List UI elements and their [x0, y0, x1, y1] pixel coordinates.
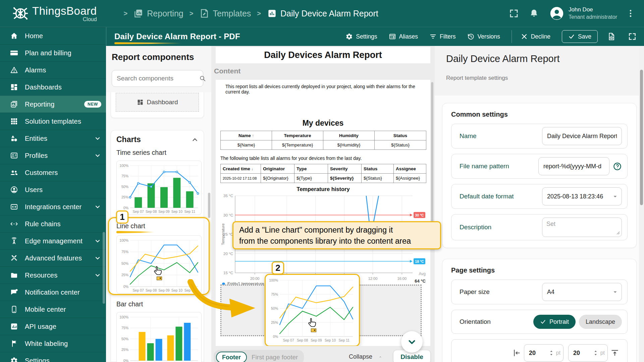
bar-chart-label: Bar chart: [116, 300, 204, 308]
sidebar-item[interactable]: Entities: [0, 130, 106, 147]
sidebar-item-icon: [10, 134, 18, 142]
dropdown-caret-icon: [611, 193, 619, 200]
sidebar-item-icon: [10, 288, 18, 296]
svg-text:50%: 50%: [121, 337, 128, 341]
svg-text:Sep 11: Sep 11: [184, 288, 196, 292]
paper-size-select[interactable]: A4: [542, 283, 622, 301]
chevron-down-icon[interactable]: [94, 135, 101, 142]
dragged-line-chart-card[interactable]: 0%25%50%75%100%Sep 07Sep 08Sep 09Sep 10S…: [265, 274, 360, 347]
chevron-down-icon[interactable]: [94, 272, 101, 279]
breadcrumb-item[interactable]: > Daily Device Alarm Report: [251, 8, 378, 18]
avatar[interactable]: [550, 6, 564, 20]
thingsboard-logo[interactable]: ThingsBoard Cloud: [11, 4, 97, 22]
sidebar-item[interactable]: White labeling: [0, 335, 106, 352]
sidebar-item[interactable]: Profiles: [0, 147, 106, 164]
table-header: Severity: [328, 164, 362, 174]
sidebar-item[interactable]: Advanced features: [0, 249, 106, 266]
time-series-chart-component[interactable]: 0%25%50%75%100%Sep 07Sep 08Sep 09Sep 10S…: [116, 161, 202, 215]
charts-section-card: Charts Time series chart 0%25%50%75%100%…: [111, 130, 204, 362]
sidebar-item[interactable]: Dashboards: [0, 78, 106, 96]
dashboard-component-item[interactable]: Dashboard: [116, 93, 199, 112]
decline-button[interactable]: Decline: [521, 33, 550, 40]
sidebar-item[interactable]: Reporting NEW: [0, 96, 106, 113]
sidebar-item[interactable]: Solution templates: [0, 113, 106, 130]
sidebar-item[interactable]: Mobile center: [0, 301, 106, 318]
sidebar-item[interactable]: Customers: [0, 164, 106, 181]
report-page-header: Daily Devices Alarm Report: [216, 47, 430, 63]
common-settings-card: Common settings Name File name pattern D…: [442, 103, 637, 248]
chevron-down-icon[interactable]: [94, 152, 101, 159]
tab-first-page-footer[interactable]: First page footer: [252, 354, 298, 361]
stepper-arrows-icon[interactable]: [549, 349, 554, 357]
search-components-input[interactable]: [117, 75, 199, 82]
sidebar-item[interactable]: Home: [0, 27, 106, 44]
tab-footer[interactable]: Footer: [216, 352, 247, 362]
margin-left-stepper[interactable]: 20 pt: [524, 344, 564, 362]
svg-text:100%: 100%: [119, 164, 128, 168]
stepper-arrows-icon[interactable]: [593, 349, 598, 357]
description-field[interactable]: [542, 218, 622, 237]
save-button[interactable]: Save: [562, 30, 598, 43]
paper-size-row: Paper size A4: [451, 280, 628, 304]
svg-text:Sep 08: Sep 08: [146, 288, 157, 292]
svg-text:Sep 07: Sep 07: [283, 338, 294, 342]
portrait-toggle[interactable]: Portrait: [533, 315, 576, 329]
sidebar-item[interactable]: Plan and billing: [0, 44, 106, 61]
margin-right-stepper[interactable]: 20 pt: [568, 344, 608, 362]
sidebar-item-icon: [10, 49, 18, 57]
sidebar-item[interactable]: API usage: [0, 318, 106, 335]
report-title: Daily Device Alarm Report - PDF: [114, 32, 240, 41]
scroll-down-button[interactable]: [401, 331, 423, 353]
collapse-section-icon[interactable]: [191, 136, 199, 144]
window-scrollbar[interactable]: [639, 46, 644, 362]
preview-report-icon[interactable]: [607, 32, 616, 41]
chevron-down-icon[interactable]: [94, 254, 101, 262]
file-name-pattern-row: File name pattern: [451, 154, 628, 179]
drag-chip: [157, 277, 162, 280]
sidebar-item[interactable]: Resources: [0, 266, 106, 284]
drag-chip: [311, 328, 316, 332]
help-icon[interactable]: [613, 162, 622, 171]
sidebar-item[interactable]: Users: [0, 181, 106, 198]
landscape-toggle[interactable]: Landscape: [579, 315, 622, 329]
user-info[interactable]: John Doe Tenant administrator: [569, 6, 617, 21]
scrollbar-thumb[interactable]: [640, 70, 643, 205]
sidebar-item-icon: [10, 254, 18, 262]
toolbar-action-button[interactable]: Versions: [467, 33, 500, 40]
table-header: Humidity: [323, 131, 375, 140]
name-field[interactable]: [542, 127, 622, 145]
sidebar-item[interactable]: Settings: [0, 352, 106, 362]
breadcrumb-icon: [267, 8, 277, 18]
breadcrumb-item[interactable]: > Reporting: [118, 8, 183, 18]
sidebar-item[interactable]: Notification center: [0, 284, 106, 301]
chevron-down-icon[interactable]: [94, 237, 101, 245]
kebab-menu-icon[interactable]: [626, 9, 635, 18]
table-header: Originator: [261, 164, 294, 174]
line-chart-component[interactable]: 0%25%50%75%100%Sep 07Sep 08Sep 09Sep 10S…: [116, 235, 202, 294]
fullscreen-icon[interactable]: [509, 8, 519, 18]
name-setting-row: Name: [451, 124, 628, 148]
chevron-down-icon[interactable]: [94, 203, 101, 210]
sidebar-item[interactable]: Integrations center: [0, 198, 106, 215]
collapse-button[interactable]: Collapse: [349, 353, 382, 360]
notifications-bell-icon[interactable]: [529, 8, 539, 18]
svg-text:0%: 0%: [123, 285, 128, 289]
margin-top-icon: [610, 349, 619, 357]
preview-scrollbar[interactable]: [431, 82, 433, 230]
expand-fullscreen-icon[interactable]: [628, 32, 637, 41]
sidebar-item[interactable]: Edge management: [0, 232, 106, 249]
description-row: Description: [451, 214, 628, 240]
toolbar-action-button[interactable]: Aliases: [389, 33, 418, 40]
date-format-select[interactable]: 2025-08-13 18:23:46: [542, 187, 622, 205]
sidebar-item-icon: [10, 186, 18, 194]
file-name-pattern-field[interactable]: [538, 157, 609, 175]
sidebar-item[interactable]: Alarms: [0, 61, 106, 78]
bar-chart-component[interactable]: 0%25%50%75%100%Sep 10Sep 11: [116, 312, 202, 362]
dropdown-caret-icon: [611, 288, 619, 296]
components-panel-scrollbar[interactable]: [208, 193, 210, 218]
breadcrumb-item[interactable]: > Templates: [183, 8, 251, 18]
toolbar-action-button[interactable]: Settings: [345, 33, 377, 40]
toolbar-action-button[interactable]: Filters: [429, 33, 456, 40]
sidebar-scrollbar[interactable]: [103, 232, 105, 304]
sidebar-item[interactable]: Rule chains: [0, 215, 106, 232]
